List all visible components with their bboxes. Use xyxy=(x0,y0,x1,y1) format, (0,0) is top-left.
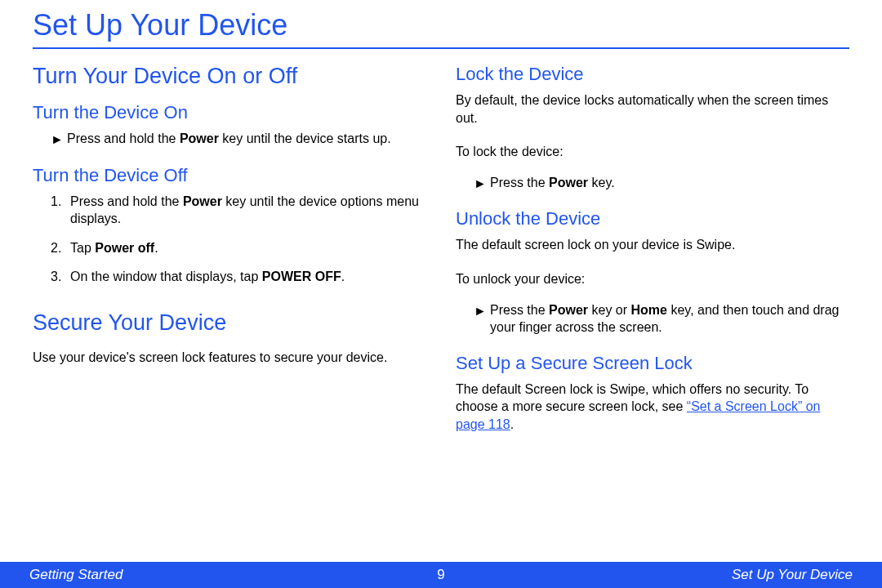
step-turn-on: ► Press and hold the Power key until the… xyxy=(33,130,426,149)
step-off-1: 1. Press and hold the Power key until th… xyxy=(51,193,426,228)
lock-label: To lock the device: xyxy=(456,143,849,161)
step-number: 1. xyxy=(51,193,70,211)
footer-page-number: 9 xyxy=(416,567,466,583)
step-lock: ► Press the Power key. xyxy=(456,174,849,193)
lock-intro-text: By default, the device locks automatical… xyxy=(456,91,849,127)
step-off-2: 2. Tap Power off. xyxy=(51,239,426,257)
step-number: 3. xyxy=(51,268,70,286)
footer-page-title: Set Up Your Device xyxy=(466,567,853,583)
heading-turn-on: Turn the Device On xyxy=(33,102,426,123)
left-column: Turn Your Device On or Off Turn the Devi… xyxy=(33,60,426,447)
heading-unlock: Unlock the Device xyxy=(456,208,849,229)
arrow-icon: ► xyxy=(474,175,490,193)
step-number: 2. xyxy=(51,239,70,257)
setup-lock-text: The default Screen lock is Swipe, which … xyxy=(456,381,849,434)
right-column: Lock the Device By default, the device l… xyxy=(456,60,849,447)
unlock-intro-text: The default screen lock on your device i… xyxy=(456,236,849,254)
footer-section-name: Getting Started xyxy=(29,567,416,583)
heading-turn-on-off: Turn Your Device On or Off xyxy=(33,64,426,89)
step-unlock: ► Press the Power key or Home key, and t… xyxy=(456,301,849,336)
page-footer: Getting Started 9 Set Up Your Device xyxy=(0,562,882,588)
heading-turn-off: Turn the Device Off xyxy=(33,165,426,186)
step-off-3: 3. On the window that displays, tap POWE… xyxy=(51,268,426,286)
arrow-icon: ► xyxy=(51,131,67,149)
heading-setup-lock: Set Up a Secure Screen Lock xyxy=(456,353,849,374)
unlock-label: To unlock your device: xyxy=(456,270,849,288)
step-turn-on-text: Press and hold the Power key until the d… xyxy=(67,130,426,148)
heading-secure: Secure Your Device xyxy=(33,310,426,336)
page-title: Set Up Your Device xyxy=(33,8,849,49)
secure-intro-text: Use your device's screen lock features t… xyxy=(33,349,426,367)
arrow-icon: ► xyxy=(474,302,490,320)
heading-lock: Lock the Device xyxy=(456,64,849,85)
